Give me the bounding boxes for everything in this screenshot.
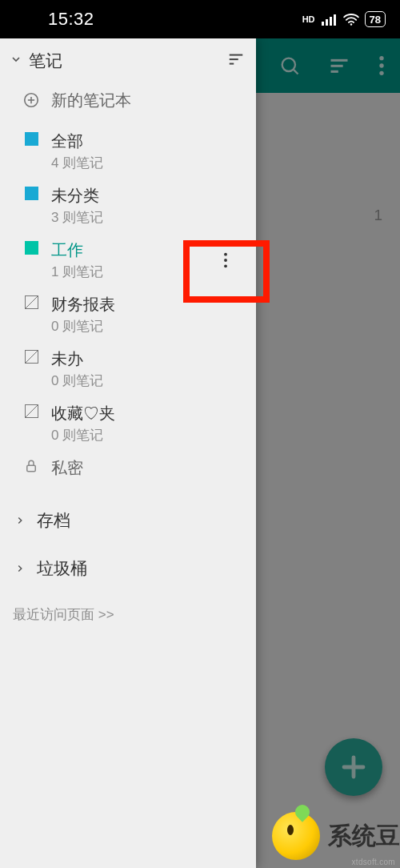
notebook-count: 0 则笔记 <box>51 317 115 336</box>
new-notebook-button[interactable]: 新的笔记本 <box>0 83 256 118</box>
svg-point-23 <box>224 264 227 267</box>
svg-point-21 <box>224 253 227 256</box>
svg-rect-17 <box>230 63 234 65</box>
chevron-down-icon <box>10 53 22 69</box>
wifi-icon <box>342 13 360 26</box>
notebook-item-work[interactable]: 工作 1 则笔记 <box>0 233 256 287</box>
notebook-name: 收藏♡夹 <box>51 403 115 424</box>
watermark: 系统豆 xtdsoft.com <box>272 804 400 868</box>
battery-indicator: 78 <box>365 11 386 27</box>
notebook-overflow-button[interactable] <box>213 247 238 273</box>
svg-rect-3 <box>334 14 336 26</box>
notebook-name: 全部 <box>51 131 103 152</box>
notebook-name: 未办 <box>51 348 103 370</box>
square-outline-icon <box>21 295 42 309</box>
svg-rect-16 <box>230 58 238 60</box>
watermark-url: xtdsoft.com <box>352 858 395 866</box>
watermark-text: 系统豆 <box>328 820 400 853</box>
status-time: 15:32 <box>48 9 94 30</box>
recent-pages-link[interactable]: 最近访问页面 >> <box>0 593 256 637</box>
notebook-item-financial[interactable]: 财务报表 0 则笔记 <box>0 287 256 342</box>
square-outline-icon <box>21 404 42 418</box>
square-icon <box>21 241 42 255</box>
drawer-sort-icon[interactable] <box>227 50 245 71</box>
notebook-count: 4 则笔记 <box>51 154 103 172</box>
notebook-count: 3 则笔记 <box>51 208 103 227</box>
notebook-item-all[interactable]: 全部 4 则笔记 <box>0 124 256 179</box>
notebook-count: 1 则笔记 <box>51 263 103 281</box>
battery-level: 78 <box>370 14 381 26</box>
notebook-item-todo[interactable]: 未办 0 则笔记 <box>0 342 256 396</box>
notebook-count: 0 则笔记 <box>51 372 103 390</box>
archive-section[interactable]: 存档 <box>0 496 256 545</box>
lock-icon <box>21 459 42 473</box>
recent-pages-label: 最近访问页面 >> <box>13 607 114 622</box>
svg-point-22 <box>224 259 227 262</box>
notebook-name: 财务报表 <box>51 294 115 315</box>
watermark-logo <box>272 812 320 860</box>
status-right: HD 78 <box>302 11 386 27</box>
hd-indicator: HD <box>302 15 315 24</box>
svg-rect-0 <box>322 22 324 26</box>
notebook-item-private[interactable]: 私密 <box>0 451 256 485</box>
navigation-drawer: 笔记 新的笔记本 全部 4 则笔记 未分类 3 则笔记 <box>0 38 256 868</box>
svg-point-4 <box>350 23 351 25</box>
notes-section-header[interactable]: 笔记 <box>0 38 256 83</box>
status-bar: 15:32 HD 78 <box>0 0 400 38</box>
svg-rect-1 <box>326 19 328 26</box>
svg-rect-2 <box>330 17 332 26</box>
notebook-count: 0 则笔记 <box>51 426 115 444</box>
chevron-right-icon <box>14 559 26 578</box>
notebook-name: 工作 <box>51 239 103 261</box>
notebook-item-uncategorized[interactable]: 未分类 3 则笔记 <box>0 179 256 233</box>
new-notebook-label: 新的笔记本 <box>51 90 131 111</box>
notebook-name: 未分类 <box>51 185 103 207</box>
notebook-item-favorites[interactable]: 收藏♡夹 0 则笔记 <box>0 396 256 451</box>
svg-rect-15 <box>230 54 243 56</box>
add-circle-icon <box>21 91 42 109</box>
signal-icon <box>322 13 338 26</box>
chevron-right-icon <box>14 511 26 530</box>
trash-section[interactable]: 垃圾桶 <box>0 545 256 593</box>
trash-label: 垃圾桶 <box>37 557 87 580</box>
archive-label: 存档 <box>37 509 70 532</box>
square-icon <box>21 132 42 146</box>
square-outline-icon <box>21 350 42 364</box>
notebook-name: 私密 <box>51 457 83 479</box>
notes-section-title: 笔记 <box>29 50 62 72</box>
svg-rect-24 <box>27 465 36 472</box>
square-icon <box>21 187 42 200</box>
